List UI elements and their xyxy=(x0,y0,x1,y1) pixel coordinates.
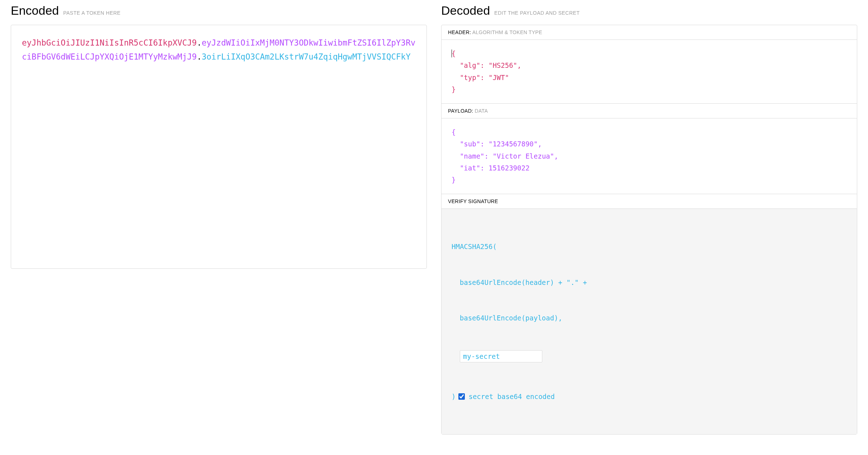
encoded-column: Encoded PASTE A TOKEN HERE eyJhbGciOiJIU… xyxy=(11,0,427,435)
decoded-panel: HEADER: ALGORITHM & TOKEN TYPE { "alg": … xyxy=(441,25,857,435)
decoded-column: Decoded EDIT THE PAYLOAD AND SECRET HEAD… xyxy=(441,0,857,435)
token-header-segment: eyJhbGciOiJIUzI1NiIsInR5cCI6IkpXVCJ9 xyxy=(22,38,197,47)
payload-label-main: PAYLOAD: xyxy=(448,108,473,114)
payload-json-content: { "sub": "1234567890", "name": "Victor E… xyxy=(452,128,558,184)
secret-base64-checkbox[interactable] xyxy=(458,393,465,400)
signature-label-main: VERIFY SIGNATURE xyxy=(448,198,498,204)
header-label-sub: ALGORITHM & TOKEN TYPE xyxy=(472,29,542,35)
signature-line-3: base64UrlEncode(payload), xyxy=(452,312,847,324)
secret-input[interactable] xyxy=(460,350,542,362)
encoded-subtitle: PASTE A TOKEN HERE xyxy=(63,10,121,16)
encoded-panel[interactable]: eyJhbGciOiJIUzI1NiIsInR5cCI6IkpXVCJ9.eyJ… xyxy=(11,25,427,269)
encoded-header: Encoded PASTE A TOKEN HERE xyxy=(11,0,427,25)
payload-label-sub: DATA xyxy=(475,108,488,114)
encoded-token-input[interactable]: eyJhbGciOiJIUzI1NiIsInR5cCI6IkpXVCJ9.eyJ… xyxy=(22,36,416,64)
payload-section-label: PAYLOAD: DATA xyxy=(442,104,857,118)
encoded-title: Encoded xyxy=(11,4,59,18)
header-label-main: HEADER: xyxy=(448,29,471,35)
token-dot-2: . xyxy=(197,52,202,61)
signature-section-label: VERIFY SIGNATURE xyxy=(442,194,857,209)
payload-editor[interactable]: { "sub": "1234567890", "name": "Victor E… xyxy=(442,118,857,194)
decoded-header: Decoded EDIT THE PAYLOAD AND SECRET xyxy=(441,0,857,25)
header-section-label: HEADER: ALGORITHM & TOKEN TYPE xyxy=(442,25,857,40)
header-editor[interactable]: { "alg": "HS256", "typ": "JWT" } xyxy=(442,40,857,103)
header-json-content: { "alg": "HS256", "typ": "JWT" } xyxy=(452,50,521,93)
signature-display: HMACSHA256( base64UrlEncode(header) + ".… xyxy=(442,209,857,434)
signature-line-1: HMACSHA256( xyxy=(452,241,847,253)
token-dot-1: . xyxy=(197,38,202,47)
decoded-title: Decoded xyxy=(441,4,490,18)
decoded-subtitle: EDIT THE PAYLOAD AND SECRET xyxy=(494,10,580,16)
signature-line-2: base64UrlEncode(header) + "." + xyxy=(452,277,847,289)
jwt-debugger-container: Encoded PASTE A TOKEN HERE eyJhbGciOiJIU… xyxy=(0,0,868,445)
signature-close-paren: ) xyxy=(452,391,456,403)
secret-base64-label: secret base64 encoded xyxy=(468,391,555,403)
token-signature-segment: 3oirLiIXqO3CAm2LKstrW7u4ZqiqHgwMTjVVSIQC… xyxy=(202,52,410,61)
